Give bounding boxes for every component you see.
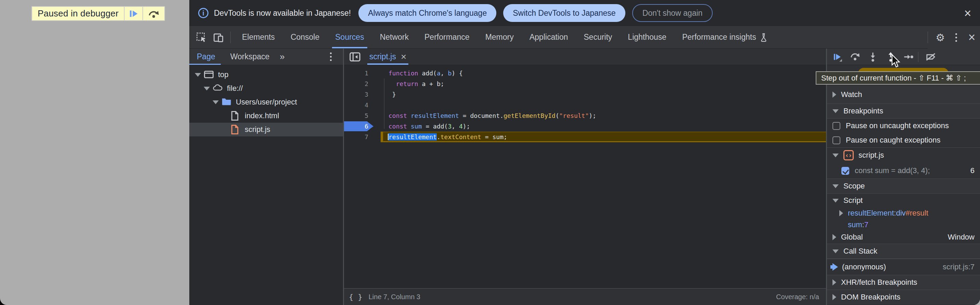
tree-item-file-[interactable]: file:// — [189, 81, 343, 95]
tab-memory[interactable]: Memory — [477, 26, 522, 48]
file-orange-icon — [231, 125, 241, 135]
debugger-sidebar: WatchBreakpointsPause on uncaught except… — [827, 49, 980, 305]
section-header-scope[interactable]: Scope — [827, 179, 980, 193]
call-stack-frame[interactable]: (anonymous)script.js:7 — [827, 259, 980, 275]
scope-script[interactable]: Script — [827, 193, 980, 207]
collapsed-arrow-icon[interactable] — [839, 210, 843, 216]
tree-item-label: top — [218, 70, 229, 79]
step-button[interactable] — [901, 50, 916, 64]
line-number[interactable]: 4 — [344, 100, 368, 110]
infobar: i DevTools is now available in Japanese!… — [189, 0, 980, 26]
tab-network[interactable]: Network — [372, 26, 417, 48]
expanded-arrow-icon[interactable] — [832, 199, 838, 203]
code-line-1[interactable]: 1function add(a, b) { — [344, 68, 826, 78]
resume-script-button[interactable] — [125, 7, 142, 20]
tree-item-label: index.html — [245, 111, 279, 120]
checkbox-icon[interactable] — [832, 122, 840, 130]
step-into-button[interactable] — [865, 50, 880, 64]
switch-devtools-japanese-button[interactable]: Switch DevTools to Japanese — [503, 4, 625, 22]
paused-in-debugger-banner: Paused in debugger — [32, 6, 165, 21]
tab-sources[interactable]: Sources — [327, 26, 372, 48]
tab-performance-insights[interactable]: Performance insights — [675, 26, 776, 48]
navigator-tab-workspace[interactable]: Workspace — [223, 49, 277, 65]
line-number[interactable]: 3 — [344, 89, 368, 100]
device-toolbar-icon[interactable] — [213, 32, 224, 43]
deactivate-breakpoints-button[interactable] — [923, 50, 938, 64]
frame-icon — [204, 70, 214, 80]
navigator-more-options-icon[interactable] — [323, 53, 338, 61]
expand-arrow-icon[interactable] — [204, 87, 210, 91]
breakpoint-file-group[interactable]: ‹›script.js — [827, 148, 980, 163]
expand-arrow-icon[interactable] — [195, 73, 201, 77]
code-editor[interactable]: 1function add(a, b) {2 return a + b;3 }4… — [344, 65, 826, 288]
line-number[interactable]: 2 — [344, 78, 368, 89]
line-number[interactable]: 6 — [344, 121, 368, 132]
navigator-overflow-tabs-icon[interactable]: » — [277, 51, 287, 62]
section-header-xhr-fetch-breakpoints[interactable]: XHR/fetch Breakpoints — [827, 275, 980, 289]
expanded-arrow-icon[interactable] — [832, 249, 838, 253]
tab-application[interactable]: Application — [522, 26, 576, 48]
editor-tab-close-icon[interactable]: × — [401, 51, 406, 62]
tab-elements[interactable]: Elements — [234, 26, 283, 48]
tree-item-script-js[interactable]: script.js — [189, 123, 343, 136]
section-header-call-stack[interactable]: Call Stack — [827, 244, 980, 259]
collapsed-arrow-icon[interactable] — [832, 294, 836, 300]
step-over-button[interactable] — [848, 50, 862, 64]
section-header-dom-breakpoints[interactable]: DOM Breakpoints — [827, 290, 980, 304]
editor-tab-scriptjs[interactable]: script.js × — [369, 49, 406, 65]
checkbox-pause-on-caught-exceptions[interactable]: Pause on caught exceptions — [827, 133, 980, 147]
expanded-arrow-icon[interactable] — [832, 184, 838, 188]
code-token: = document. — [459, 112, 504, 119]
collapsed-arrow-icon[interactable] — [832, 279, 836, 286]
scope-global[interactable]: GlobalWindow — [827, 231, 980, 244]
code-line-5[interactable]: 5const resultElement = document.getEleme… — [344, 110, 826, 121]
section-header-breakpoints[interactable]: Breakpoints — [827, 104, 980, 118]
line-number[interactable]: 1 — [344, 68, 368, 78]
section-title: Scope — [843, 182, 865, 190]
always-match-language-button[interactable]: Always match Chrome's language — [358, 4, 496, 22]
collapsed-arrow-icon[interactable] — [832, 234, 836, 240]
scope-variable-sum[interactable]: sum: 7 — [827, 219, 980, 231]
toggle-navigator-icon[interactable] — [350, 52, 360, 62]
collapsed-arrow-icon[interactable] — [832, 91, 836, 97]
tab-performance[interactable]: Performance — [417, 26, 477, 48]
tree-item-index-html[interactable]: index.html — [189, 109, 343, 123]
code-line-3[interactable]: 3 } — [344, 89, 826, 100]
tree-item-Users-user-project[interactable]: Users/user/project — [189, 95, 343, 109]
tree-item-top[interactable]: top — [189, 68, 343, 81]
navigator-tab-page[interactable]: Page — [189, 49, 223, 65]
toolbar-separator — [918, 52, 918, 62]
settings-gear-icon[interactable]: ⚙ — [932, 32, 948, 43]
tab-console[interactable]: Console — [283, 26, 327, 48]
line-number[interactable]: 7 — [344, 132, 368, 142]
step-over-button[interactable] — [143, 7, 164, 20]
devtools-close-icon[interactable]: × — [964, 30, 980, 45]
scope-variable-resultElement[interactable]: resultElement: div#result — [827, 207, 980, 219]
dont-show-again-button[interactable]: Don't show again — [632, 4, 713, 22]
tab-security[interactable]: Security — [576, 26, 620, 48]
pretty-print-icon[interactable]: { } — [349, 293, 363, 301]
breakpoint-entry[interactable]: const sum = add(3, 4);6 — [827, 163, 980, 179]
code-line-4[interactable]: 4 — [344, 100, 826, 110]
code-token — [388, 80, 396, 88]
section-header-watch[interactable]: Watch — [827, 86, 980, 104]
code-line-6[interactable]: 6const sum = add(3, 4); — [344, 121, 826, 132]
checkbox-icon[interactable] — [832, 136, 840, 144]
code-token: 4 — [459, 123, 463, 130]
frame-location: script.js:7 — [943, 262, 975, 271]
code-line-7[interactable]: 7resultElement.textContent = sum; — [344, 132, 826, 142]
infobar-close-icon[interactable]: × — [961, 8, 974, 19]
tab-lighthouse[interactable]: Lighthouse — [620, 26, 675, 48]
devtools-window: i DevTools is now available in Japanese!… — [189, 0, 980, 305]
checkbox-pause-on-uncaught-exceptions[interactable]: Pause on uncaught exceptions — [827, 118, 980, 133]
more-options-icon[interactable] — [948, 33, 964, 42]
toolbar-separator — [928, 32, 928, 43]
code-line-2[interactable]: 2 return a + b; — [344, 78, 826, 89]
inspect-element-icon[interactable] — [196, 32, 207, 43]
expand-arrow-icon[interactable] — [213, 101, 219, 104]
resume-script-execution-button[interactable] — [830, 50, 845, 64]
breakpoint-checkbox-icon[interactable] — [842, 167, 849, 175]
expanded-arrow-icon[interactable] — [832, 153, 838, 157]
expanded-arrow-icon[interactable] — [832, 109, 838, 113]
line-number[interactable]: 5 — [344, 110, 368, 121]
